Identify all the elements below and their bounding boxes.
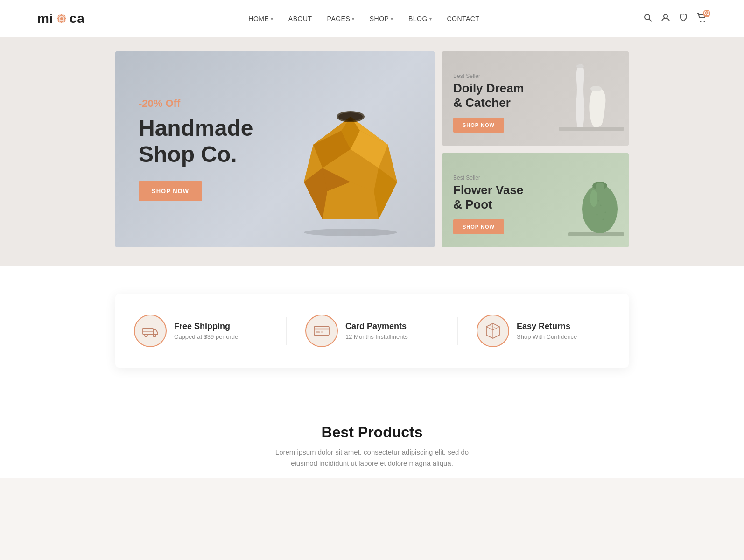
nav-home-arrow: ▾: [271, 16, 274, 21]
main-nav: HOME ▾ ABOUT PAGES ▾ SHOP ▾ BLOG ▾ CONTA…: [248, 15, 479, 22]
best-products-description: Lorem ipsum dolor sit amet, consectetur …: [269, 447, 475, 469]
nav-blog-arrow: ▾: [429, 16, 432, 21]
returns-icon-wrap: [477, 315, 509, 347]
hero-shop-now-button[interactable]: SHOP NOW: [139, 181, 202, 201]
shipping-icon-wrap: [134, 315, 167, 347]
svg-rect-49: [316, 331, 320, 333]
svg-rect-47: [314, 326, 329, 336]
features-grid: Free Shipping Capped at $39 per order Ca…: [115, 294, 629, 368]
card1-label: Best Seller: [453, 73, 618, 79]
card1-title: Doily Dream & Catcher: [453, 81, 618, 110]
box-icon: [484, 322, 501, 339]
logo[interactable]: mi ca: [37, 11, 85, 26]
nav-pages[interactable]: PAGES ▾: [327, 15, 355, 22]
hero-title: Handmade Shop Co.: [139, 115, 253, 167]
svg-rect-50: [321, 331, 323, 333]
hero-section: -20% Off Handmade Shop Co. SHOP NOW: [0, 37, 744, 266]
svg-point-14: [700, 21, 702, 22]
svg-point-13: [664, 14, 667, 18]
best-products-title: Best Products: [37, 424, 707, 441]
hero-card-vase: Best Seller Flower Vase & Poot SHOP NOW: [442, 153, 629, 247]
returns-title: Easy Returns: [517, 322, 577, 331]
svg-line-12: [649, 19, 652, 21]
svg-point-16: [304, 229, 397, 236]
nav-pages-arrow: ▾: [352, 16, 355, 21]
card2-label: Best Seller: [453, 175, 618, 181]
hero-grid: -20% Off Handmade Shop Co. SHOP NOW: [115, 51, 629, 247]
truck-icon: [142, 322, 159, 339]
pot-illustration: [285, 107, 416, 238]
logo-text-left: mi: [37, 11, 54, 26]
card1-shop-button[interactable]: SHOP NOW: [453, 118, 504, 133]
nav-home[interactable]: HOME ▾: [248, 15, 274, 22]
hero-discount: -20% Off: [139, 98, 253, 110]
hero-card-doily: Best Seller Doily Dream & Catcher SHOP N…: [442, 51, 629, 146]
payments-subtitle: 12 Months Installments: [345, 333, 408, 340]
payments-icon-wrap: [305, 315, 338, 347]
feature-returns: Easy Returns Shop With Confidence: [458, 303, 629, 358]
svg-point-15: [704, 21, 705, 22]
shipping-text: Free Shipping Capped at $39 per order: [174, 322, 240, 340]
returns-subtitle: Shop With Confidence: [517, 333, 577, 340]
svg-point-2: [60, 17, 63, 20]
cart-badge: 01: [703, 10, 710, 17]
hero-main-banner: -20% Off Handmade Shop Co. SHOP NOW: [115, 51, 435, 247]
hero-sidebar: Best Seller Doily Dream & Catcher SHOP N…: [442, 51, 629, 247]
shipping-subtitle: Capped at $39 per order: [174, 333, 240, 340]
returns-text: Easy Returns Shop With Confidence: [517, 322, 577, 340]
header-icons: 01: [643, 13, 707, 25]
nav-blog[interactable]: BLOG ▾: [408, 15, 432, 22]
wishlist-icon[interactable]: [679, 13, 688, 25]
card2-shop-button[interactable]: SHOP NOW: [453, 219, 504, 234]
logo-text-right: ca: [70, 11, 85, 26]
search-icon[interactable]: [643, 13, 653, 25]
card2-title: Flower Vase & Poot: [453, 183, 618, 212]
nav-shop[interactable]: SHOP ▾: [370, 15, 393, 22]
nav-shop-arrow: ▾: [391, 16, 393, 21]
cart-icon[interactable]: 01: [696, 13, 707, 25]
best-products-section: Best Products Lorem ipsum dolor sit amet…: [0, 396, 744, 478]
feature-shipping: Free Shipping Capped at $39 per order: [115, 303, 286, 358]
features-section: Free Shipping Capped at $39 per order Ca…: [0, 266, 744, 396]
svg-point-11: [645, 14, 650, 20]
payments-title: Card Payments: [345, 322, 408, 331]
nav-about[interactable]: ABOUT: [288, 15, 312, 22]
svg-point-31: [576, 64, 584, 68]
svg-rect-43: [143, 328, 153, 335]
logo-icon: [55, 12, 68, 25]
feature-payments: Card Payments 12 Months Installments: [287, 303, 457, 358]
svg-point-29: [338, 112, 363, 121]
nav-contact[interactable]: CONTACT: [447, 15, 479, 22]
card-icon: [313, 322, 330, 339]
payments-text: Card Payments 12 Months Installments: [345, 322, 408, 340]
account-icon[interactable]: [661, 13, 670, 25]
hero-content: -20% Off Handmade Shop Co. SHOP NOW: [139, 98, 253, 201]
shipping-title: Free Shipping: [174, 322, 240, 331]
